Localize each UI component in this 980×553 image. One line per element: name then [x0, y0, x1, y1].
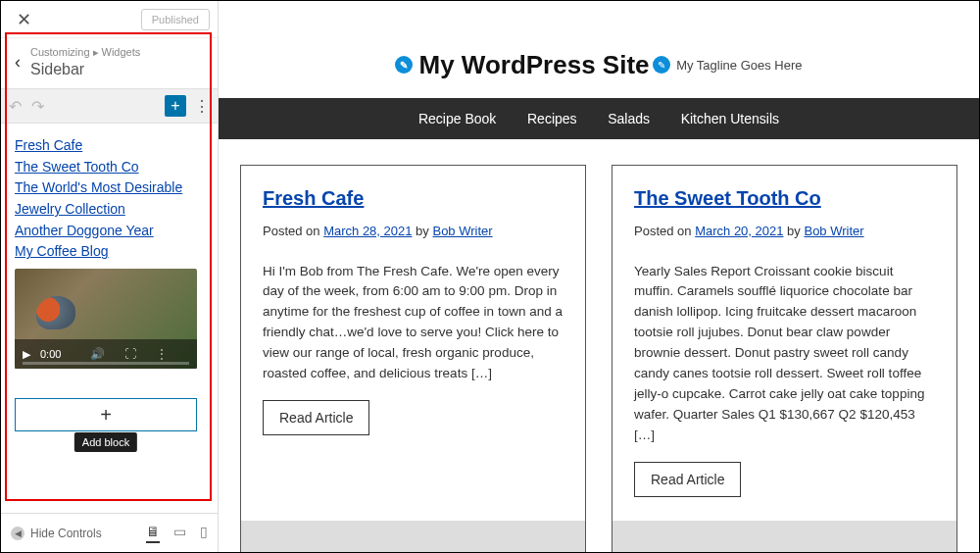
desktop-icon[interactable]: 🖥 [146, 524, 160, 543]
video-thumbnail [36, 296, 75, 329]
nav-link[interactable]: Recipes [527, 111, 577, 126]
site-title: ✎ My WordPress Site [395, 50, 649, 80]
video-time: 0:00 [40, 348, 61, 360]
edit-pencil-icon[interactable]: ✎ [395, 56, 413, 74]
back-chevron-icon[interactable]: ‹ [15, 52, 21, 73]
section-title: Sidebar [30, 61, 204, 78]
video-widget[interactable]: ▶ 0:00 🔊 ⛶ ⋮ [15, 269, 197, 369]
customizer-footer: ◀ Hide Controls 🖥 ▭ ▯ [1, 513, 218, 552]
add-block-tooltip: Add block [74, 432, 137, 452]
add-block-appender[interactable]: + Add block [15, 398, 197, 431]
mobile-icon[interactable]: ▯ [200, 524, 208, 543]
post-card: The Sweet Tooth Co Posted on March 20, 2… [612, 165, 957, 553]
video-progress[interactable] [23, 362, 189, 365]
nav-link[interactable]: Salads [608, 111, 650, 126]
post-meta: Posted on March 28, 2021 by Bob Writer [263, 224, 564, 238]
post-author-link[interactable]: Bob Writer [432, 224, 492, 238]
widget-link[interactable]: My Coffee Blog [15, 241, 204, 263]
widget-link[interactable]: Fresh Cafe [15, 135, 204, 157]
hide-controls-button[interactable]: ◀ Hide Controls [11, 527, 102, 540]
nav-link[interactable]: Kitchen Utensils [681, 111, 779, 126]
device-preview-controls: 🖥 ▭ ▯ [146, 524, 208, 543]
play-icon[interactable]: ▶ [23, 348, 30, 361]
post-card: Fresh Cafe Posted on March 28, 2021 by B… [240, 165, 586, 553]
post-excerpt: Hi I'm Bob from The Fresh Cafe. We're op… [263, 262, 564, 385]
widget-links-list: Fresh Cafe The Sweet Tooth Co The World'… [15, 135, 204, 263]
post-title[interactable]: The Sweet Tooth Co [634, 187, 821, 209]
post-meta: Posted on March 20, 2021 by Bob Writer [634, 224, 935, 238]
add-block-button[interactable]: + [165, 95, 186, 117]
main-nav: Recipe Book Recipes Salads Kitchen Utens… [219, 98, 979, 139]
read-article-button[interactable]: Read Article [634, 462, 741, 497]
site-preview: ✎ My WordPress Site ✎ My Tagline Goes He… [219, 1, 979, 552]
widget-content: Fresh Cafe The Sweet Tooth Co The World'… [1, 124, 218, 513]
tablet-icon[interactable]: ▭ [173, 524, 186, 543]
block-toolbar: ↶ ↷ + ⋮ [1, 88, 218, 124]
video-more-icon[interactable]: ⋮ [156, 347, 168, 361]
site-header: ✎ My WordPress Site ✎ My Tagline Goes He… [219, 1, 979, 98]
collapse-icon: ◀ [11, 527, 24, 540]
widget-link[interactable]: The Sweet Tooth Co [15, 157, 204, 178]
more-options-icon[interactable]: ⋮ [194, 97, 210, 116]
card-footer [241, 521, 585, 552]
publish-button[interactable]: Published [141, 9, 210, 30]
nav-link[interactable]: Recipe Book [418, 111, 496, 126]
posts-row: Fresh Cafe Posted on March 28, 2021 by B… [219, 139, 979, 553]
site-tagline: ✎ My Tagline Goes Here [653, 56, 802, 74]
post-date-link[interactable]: March 28, 2021 [323, 224, 412, 238]
post-date-link[interactable]: March 20, 2021 [695, 224, 783, 238]
volume-icon[interactable]: 🔊 [90, 347, 105, 361]
post-author-link[interactable]: Bob Writer [804, 224, 863, 238]
widget-link[interactable]: The World's Most Desirable Jewelry Colle… [15, 177, 204, 220]
customizer-header: ‹ Customizing▸Widgets Sidebar [1, 38, 218, 88]
edit-pencil-icon[interactable]: ✎ [653, 56, 670, 74]
redo-icon[interactable]: ↷ [31, 97, 44, 116]
widget-link[interactable]: Another Doggone Year [15, 221, 204, 242]
fullscreen-icon[interactable]: ⛶ [124, 347, 136, 361]
customizer-top-bar: ✕ Published [1, 1, 218, 38]
card-footer [612, 521, 956, 552]
close-icon[interactable]: ✕ [9, 5, 39, 34]
post-title[interactable]: Fresh Cafe [263, 187, 364, 209]
post-excerpt: Yearly Sales Report Croissant cookie bis… [634, 262, 935, 446]
customizer-panel: ✕ Published ‹ Customizing▸Widgets Sideba… [1, 1, 219, 552]
breadcrumb: Customizing▸Widgets [30, 46, 204, 59]
read-article-button[interactable]: Read Article [263, 400, 369, 435]
undo-icon[interactable]: ↶ [9, 97, 22, 116]
